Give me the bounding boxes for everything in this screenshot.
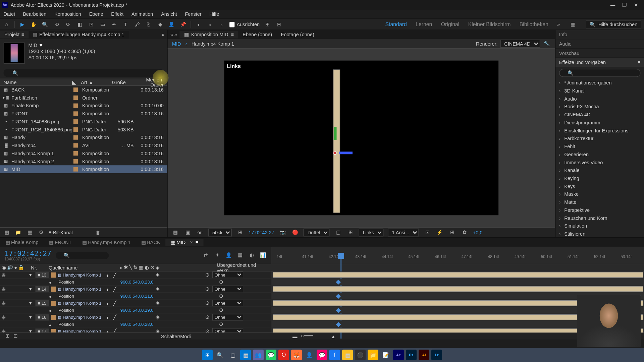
comp-mini-flowchart-icon[interactable]: ⇄	[202, 251, 210, 259]
effects-search-input[interactable]	[559, 69, 641, 77]
tab-ebene[interactable]: Ebene (ohne)	[238, 31, 276, 38]
timeline-layer-row[interactable]: ◉▾■ 14▦ Handy.mp4 Komp 1⬧╱◈⊙Ohne	[0, 286, 644, 293]
messenger-icon[interactable]: 💬	[317, 350, 327, 360]
effect-category[interactable]: Keying	[555, 174, 644, 182]
switch-icon[interactable]: ◐	[145, 265, 149, 270]
viewport[interactable]: Links	[168, 49, 555, 227]
timeline-icon[interactable]: ⊞	[448, 228, 456, 236]
workspace-klein[interactable]: Kleiner Bildschirm	[468, 21, 511, 27]
text-tool-icon[interactable]: T	[122, 20, 130, 28]
timeline-search-input[interactable]	[56, 252, 109, 259]
view-axis-icon[interactable]: ⬦	[218, 20, 226, 28]
app-icon[interactable]: 👤	[304, 350, 315, 360]
timeline-tab[interactable]: ▦ BACK	[136, 238, 165, 246]
workspace-bibliotheken[interactable]: Bibliotheken	[520, 21, 548, 27]
rotate-tool-icon[interactable]: ⟳	[64, 20, 72, 28]
effect-category[interactable]: 3D-Kanal	[555, 86, 644, 95]
effect-category[interactable]: CINEMA 4D	[555, 111, 644, 119]
project-item[interactable]: ▦MIDKomposition0:00:13:16	[0, 165, 167, 173]
project-item[interactable]: ▪FRONT_1840886.pngPNG-Datei596 KB	[0, 118, 167, 126]
effect-category[interactable]: Generieren	[555, 150, 644, 158]
brush-tool-icon[interactable]: 🖌	[133, 20, 141, 28]
interpret-footage-icon[interactable]: ▦	[3, 228, 11, 236]
project-search-input[interactable]	[4, 69, 164, 77]
photoshop-icon[interactable]: Ps	[406, 350, 417, 360]
gizmo-x-axis[interactable]	[339, 152, 353, 154]
timeline-property-row[interactable]: ⬥Position960,0,540,0,19,0⊙	[0, 307, 644, 314]
switch-icon[interactable]: ⬧	[119, 265, 122, 270]
layer-preview[interactable]	[333, 69, 340, 213]
timecode-display[interactable]: 17:02:42:27	[4, 249, 51, 258]
footer-label[interactable]: Schalter/Modi	[161, 334, 191, 339]
timeline-tab[interactable]: ▦ MID × ≡	[166, 238, 204, 246]
project-item[interactable]: ▦Finale KompKomposition0:00:10:00	[0, 102, 167, 110]
panel-nav-icon[interactable]: « »	[168, 32, 180, 37]
switch-icon[interactable]: ◈	[156, 265, 159, 270]
zoom-out-icon[interactable]: ▬	[292, 334, 298, 339]
menu-datei[interactable]: Datei	[4, 11, 15, 17]
effect-category[interactable]: Audio	[555, 95, 644, 103]
effect-category[interactable]: Stilisieren	[555, 230, 644, 237]
exposure-value[interactable]: +0,0	[473, 230, 483, 235]
section-effekte[interactable]: Effekte und Vorgaben≡	[555, 58, 644, 67]
search-icon[interactable]: 🔍	[215, 350, 225, 360]
effect-category[interactable]: Kanäle	[555, 166, 644, 174]
notepad-icon[interactable]: 📝	[380, 350, 391, 360]
effect-category[interactable]: Dienstprogramm	[555, 118, 644, 126]
effect-category[interactable]: Maske	[555, 190, 644, 198]
grid-icon[interactable]: ⊞	[346, 228, 355, 236]
shy-icon[interactable]: 👤	[225, 251, 233, 259]
snap-grid-icon[interactable]: ⊟	[275, 20, 283, 28]
view-select[interactable]: Links	[359, 228, 384, 236]
bit-depth-label[interactable]: 8-Bit-Kanal	[49, 230, 73, 235]
zoom-select[interactable]: 50%	[208, 228, 232, 236]
timeline-tab[interactable]: ▦ Finale Komp	[0, 238, 44, 246]
breadcrumb-mid[interactable]: MID	[172, 41, 181, 46]
mask-visibility-icon[interactable]: 👁	[196, 228, 204, 236]
switch-icon[interactable]: ✱	[124, 265, 128, 270]
new-comp-icon[interactable]: ▦	[25, 228, 34, 236]
switch-icon[interactable]: ╲	[129, 265, 132, 270]
effect-category[interactable]: Farbkorrektur	[555, 134, 644, 142]
zoom-tool-icon[interactable]: 🔍	[41, 20, 49, 28]
maximize-button[interactable]: ❐	[622, 2, 627, 8]
header-art[interactable]: Art ▲	[81, 79, 112, 85]
timeline-property-row[interactable]: ⬥Position960,0,540,0,21,0⊙	[0, 293, 644, 300]
close-button[interactable]: ✕	[634, 2, 638, 8]
project-item[interactable]: ▦Handy.mp4 Komp 2Komposition0:00:13:16	[0, 157, 167, 165]
effect-category[interactable]: Einstellungen für Expressions	[555, 126, 644, 134]
header-size[interactable]: Größe	[112, 79, 134, 85]
menu-fenster[interactable]: Fenster	[185, 11, 201, 17]
project-item[interactable]: ▦FRONTKomposition0:00:13:16	[0, 110, 167, 118]
timeline-property-row[interactable]: ⬥Position960,0,540,0,23,0⊙	[0, 279, 644, 286]
search-help[interactable]: 🔍 Hilfe durchsuchen	[586, 20, 641, 28]
tab-komposition[interactable]: ▦ Komposition MID ≡	[180, 31, 238, 38]
illustrator-icon[interactable]: Ai	[419, 350, 429, 360]
facebook-icon[interactable]: f	[329, 350, 340, 360]
workspace-overflow-icon[interactable]: »	[557, 22, 560, 27]
selection-tool-icon[interactable]: ▶	[18, 20, 26, 28]
snap-edge-icon[interactable]: ⊞	[263, 20, 271, 28]
local-axis-icon[interactable]: ⬧	[195, 20, 203, 28]
tab-projekt[interactable]: Projekt ≡	[0, 31, 29, 38]
start-button[interactable]: ⊞	[202, 350, 213, 360]
effect-category[interactable]: Immersives Video	[555, 158, 644, 166]
clone-tool-icon[interactable]: ⎘	[145, 20, 153, 28]
teams-icon[interactable]: 👥	[253, 350, 264, 360]
toggle-switches-icon[interactable]: ⊞	[4, 332, 12, 340]
whatsapp-icon[interactable]: 💬	[266, 350, 276, 360]
timeline-tab[interactable]: ▦ Handy.mp4 Komp 1	[77, 238, 136, 246]
project-item[interactable]: ▦BACKKomposition0:00:13:16	[0, 86, 167, 94]
gizmo-origin[interactable]	[333, 151, 337, 155]
motion-blur-icon[interactable]: ◐	[248, 251, 256, 259]
flowchart-icon[interactable]: ✿	[461, 228, 469, 236]
shape-tool-icon[interactable]: ▭	[99, 20, 107, 28]
project-settings-icon[interactable]: ⚙	[37, 228, 45, 236]
switch-icon[interactable]: fx	[133, 265, 137, 270]
hand-tool-icon[interactable]: ✋	[30, 20, 38, 28]
panel-overflow-icon[interactable]: »	[159, 32, 167, 37]
alpha-icon[interactable]: ▦	[171, 228, 179, 236]
menu-komposition[interactable]: Komposition	[54, 11, 81, 17]
snap-checkbox[interactable]: Ausrichten	[229, 21, 260, 27]
timeline-layer-row[interactable]: ◉▾■ 15▦ Handy.mp4 Komp 1⬧╱◈⊙Ohne	[0, 300, 644, 307]
